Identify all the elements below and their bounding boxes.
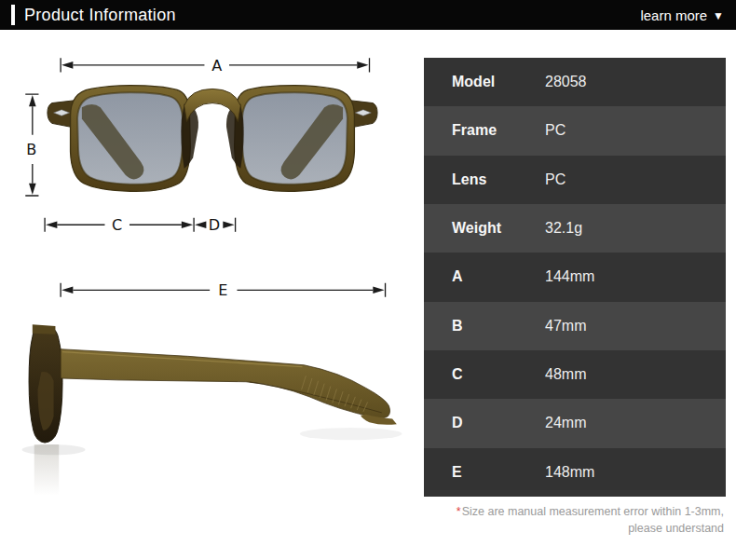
chevron-down-icon: ▼ — [713, 9, 724, 20]
spec-value: PC — [545, 171, 566, 188]
dim-c-label: C — [112, 216, 122, 234]
sunglasses-front-view — [48, 86, 377, 192]
table-row: A 144mm — [424, 253, 726, 301]
spec-table: Model 28058 Frame PC Lens PC Weight 32.1… — [424, 58, 726, 497]
spec-value: 148mm — [545, 464, 594, 481]
learn-more-label: learn more — [640, 7, 707, 23]
table-row: D 24mm — [424, 399, 726, 447]
dimension-diagram: A — [0, 30, 424, 560]
spec-label: Model — [424, 74, 545, 90]
spec-label: Frame — [424, 122, 545, 139]
spec-label: D — [424, 415, 545, 431]
spec-value: 47mm — [545, 318, 586, 335]
spec-value: 28058 — [545, 74, 587, 90]
spec-label: C — [424, 366, 545, 383]
table-row: C 48mm — [424, 350, 726, 399]
dim-e-arrow: E — [61, 281, 385, 299]
table-row: Model 28058 — [424, 58, 726, 106]
page-title: Product Information — [24, 6, 176, 25]
section-header: Product Information learn more ▼ — [0, 0, 736, 30]
disclaimer-line2: please understand — [628, 522, 724, 535]
dim-c-arrow: C — [45, 216, 194, 234]
product-information-page: Product Information learn more ▼ — [0, 0, 736, 560]
dim-a-label: A — [211, 57, 222, 75]
dim-b-label: B — [26, 141, 36, 158]
spec-label: Weight — [424, 220, 545, 237]
learn-more-button[interactable]: learn more ▼ — [640, 7, 724, 23]
accent-bar — [11, 5, 15, 25]
spec-value: PC — [545, 122, 566, 139]
size-disclaimer: *Size are manual measurement error withi… — [457, 503, 724, 537]
spec-value: 48mm — [545, 366, 586, 383]
spec-value: 24mm — [545, 415, 586, 431]
spec-label: E — [424, 464, 545, 481]
dim-e-label: E — [218, 281, 227, 299]
spec-value: 144mm — [545, 268, 594, 285]
dim-d-label: D — [209, 216, 220, 234]
spec-value: 32.1g — [545, 220, 582, 237]
spec-label: B — [424, 318, 545, 335]
spec-label: Lens — [424, 171, 545, 188]
sunglasses-side-view — [21, 324, 402, 496]
table-row: E 148mm — [424, 448, 726, 497]
dim-d-arrow: D — [195, 216, 236, 234]
table-row: Frame PC — [424, 106, 726, 155]
disclaimer-line1: Size are manual measurement error within… — [462, 505, 724, 518]
table-row: Lens PC — [424, 156, 726, 204]
asterisk: * — [457, 505, 461, 518]
table-row: B 47mm — [424, 302, 726, 350]
table-row: Weight 32.1g — [424, 204, 726, 253]
dim-a-arrow: A — [61, 57, 369, 75]
dim-b-arrow: B — [25, 94, 38, 196]
spec-label: A — [424, 268, 545, 285]
